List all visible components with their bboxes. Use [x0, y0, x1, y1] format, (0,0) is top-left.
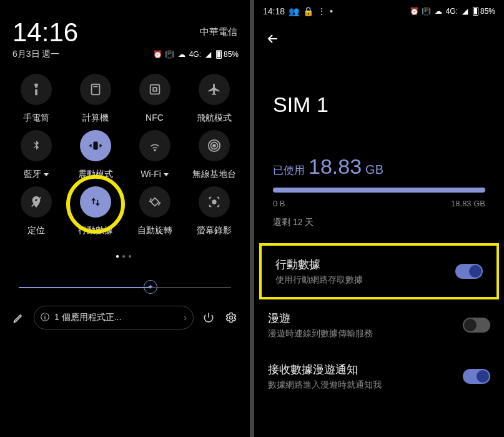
vowifi-icon: ☁ [177, 50, 186, 59]
usage-unit: GB [365, 163, 383, 177]
tile-airplane[interactable]: 飛航模式 [185, 74, 242, 124]
usage-min: 0 B [273, 199, 285, 208]
tile-vibrate[interactable]: 震動模式 [67, 130, 124, 180]
svg-point-17 [212, 200, 216, 204]
usage-value: 18.83 [309, 154, 362, 179]
svg-point-11 [154, 149, 156, 151]
battery-percent: 85% [480, 7, 495, 16]
calculator-icon [80, 74, 111, 105]
brightness-slider[interactable] [19, 279, 231, 294]
setting-subtitle: 數據網路進入漫遊時就通知我 [268, 379, 454, 391]
edit-icon[interactable] [11, 310, 26, 325]
alarm-icon: ⏰ [410, 7, 419, 16]
usage-bar[interactable] [273, 188, 485, 193]
wifi-icon [139, 130, 170, 161]
flashlight-icon [21, 74, 52, 105]
tile-label: 自動旋轉 [137, 225, 172, 236]
bluetooth-icon [21, 130, 52, 161]
battery-percent: 85% [224, 50, 239, 59]
tile-location[interactable]: 定位 [7, 186, 64, 236]
teams-icon: 👥 [289, 6, 299, 16]
status-bar: 14:18 👥 🔒 ⋮ • ⏰ 📳 ☁ 4G: ◢ 85% [254, 0, 504, 16]
date: 6月3日 週一 [12, 49, 59, 60]
mobiledata-icon [80, 186, 111, 218]
svg-rect-8 [150, 85, 159, 94]
page-indicator[interactable]: ●●● [0, 253, 250, 259]
setting-subtitle: 使用行動網路存取數據 [275, 274, 447, 286]
setting-row[interactable]: 接收數據漫遊通知數據網路進入漫遊時就通知我 [254, 351, 504, 402]
settings-list: 行動數據使用行動網路存取數據漫遊漫遊時連線到數據傳輸服務接收數據漫遊通知數據網路… [254, 243, 504, 402]
battery-icon [216, 50, 222, 59]
toggle[interactable] [455, 264, 483, 279]
svg-point-18 [230, 316, 233, 319]
location-icon [21, 186, 52, 218]
power-icon[interactable] [201, 310, 216, 325]
setting-title: 行動數據 [275, 257, 447, 272]
setting-row[interactable]: 漫遊漫遊時連線到數據傳輸服務 [254, 299, 504, 351]
svg-point-12 [213, 144, 215, 147]
setting-title: 接收數據漫遊通知 [268, 362, 454, 377]
data-usage-screen: 14:18 👥 🔒 ⋮ • ⏰ 📳 ☁ 4G: ◢ 85% SIM 1 已使用 … [254, 0, 504, 437]
nfc-icon [139, 74, 170, 105]
tile-mobiledata[interactable]: 行動數據 [67, 186, 124, 236]
tile-hotspot[interactable]: 無線基地台 [185, 130, 242, 180]
tile-label: 螢幕錄影 [197, 225, 232, 236]
tile-label: NFC [146, 113, 164, 123]
setting-row[interactable]: 行動數據使用行動網路存取數據 [262, 246, 497, 297]
signal-icon: ◢ [461, 7, 470, 16]
svg-rect-0 [91, 84, 99, 95]
lock-icon: 🔒 [303, 6, 314, 16]
dot-icon: • [330, 6, 333, 16]
tile-label: Wi-Fi [141, 169, 169, 179]
usage-prefix: 已使用 [273, 163, 305, 178]
screenrec-icon [199, 186, 230, 218]
alarm-icon: ⏰ [154, 50, 162, 59]
tile-label: 定位 [27, 225, 45, 236]
tile-label: 行動數據 [78, 225, 113, 236]
highlight-box: 行動數據使用行動網路存取數據 [259, 243, 499, 299]
back-button[interactable] [254, 16, 504, 46]
settings-icon[interactable] [224, 310, 239, 325]
status-time: 14:18 [263, 6, 285, 16]
tile-label: 飛航模式 [197, 113, 232, 124]
notification-text: 1 個應用程式正... [54, 312, 121, 323]
remaining-days: 還剩 12 天 [273, 217, 485, 228]
toggle[interactable] [463, 318, 490, 333]
tile-label: 震動模式 [78, 169, 113, 180]
vibrate-icon: 📳 [422, 7, 431, 16]
signal-icon: ◢ [204, 50, 213, 59]
airplane-icon [199, 74, 230, 105]
page-title: SIM 1 [254, 46, 504, 117]
tile-screenrec[interactable]: 螢幕錄影 [185, 186, 242, 236]
info-icon: ⓘ [41, 312, 49, 323]
battery-icon [473, 7, 478, 16]
tile-calculator[interactable]: 計算機 [67, 74, 124, 124]
carrier-label: 中華電信 [200, 26, 237, 38]
network-badge: 4G: [446, 7, 458, 16]
hotspot-icon [199, 130, 230, 161]
svg-rect-9 [153, 88, 157, 91]
tile-nfc[interactable]: NFC [126, 74, 183, 124]
network-badge: 4G: [189, 50, 201, 59]
usage-section: 已使用 18.83 GB 0 B 18.83 GB 還剩 12 天 [254, 117, 504, 228]
usage-max: 18.83 GB [451, 199, 485, 208]
setting-subtitle: 漫遊時連線到數據傳輸服務 [268, 328, 454, 339]
quick-settings-screen: 14:16 6月3日 週一 ⏰ 📳 ☁ 4G: ◢ 85% 中華電信 手電筒計算… [0, 0, 250, 437]
quick-tiles-grid: 手電筒計算機NFC飛航模式藍牙震動模式Wi-Fi無線基地台定位行動數據自動旋轉螢… [0, 60, 250, 236]
vibrate-icon [80, 130, 111, 161]
tile-wifi[interactable]: Wi-Fi [126, 130, 183, 180]
tile-label: 計算機 [82, 113, 109, 124]
rotate-icon [139, 186, 170, 218]
more-icon: ⋮ [317, 6, 326, 16]
status-icons-left: ⏰ 📳 ☁ 4G: ◢ 85% [154, 50, 239, 59]
vowifi-icon: ☁ [434, 7, 443, 16]
toggle[interactable] [463, 369, 490, 384]
vibrate-icon: 📳 [166, 50, 174, 59]
svg-rect-16 [151, 198, 159, 206]
notification-pill[interactable]: ⓘ 1 個應用程式正... › [34, 306, 194, 329]
setting-title: 漫遊 [268, 311, 454, 326]
tile-rotate[interactable]: 自動旋轉 [126, 186, 183, 236]
tile-flashlight[interactable]: 手電筒 [7, 74, 64, 124]
svg-rect-10 [93, 142, 97, 150]
tile-bluetooth[interactable]: 藍牙 [7, 130, 64, 180]
